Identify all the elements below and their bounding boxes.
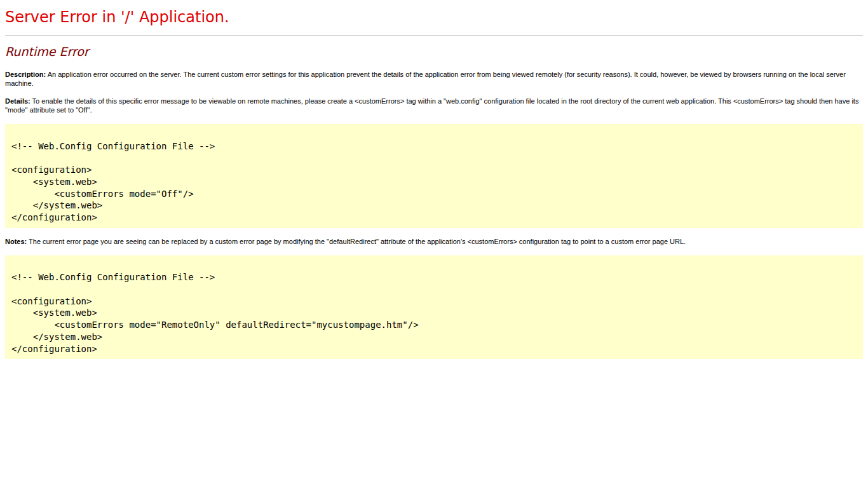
notes-paragraph: Notes: The current error page you are se… <box>5 237 863 246</box>
description-text: An application error occurred on the ser… <box>5 71 846 87</box>
code-block-customerrors-remoteonly: <!-- Web.Config Configuration File --> <… <box>5 255 863 360</box>
title-divider <box>5 35 863 36</box>
details-label: Details: <box>5 97 31 105</box>
code-block-customerrors-off: <!-- Web.Config Configuration File --> <… <box>5 124 863 228</box>
details-paragraph: Details: To enable the details of this s… <box>5 97 863 114</box>
server-error-page: Server Error in '/' Application. Runtime… <box>5 8 863 359</box>
web-config-off-snippet: <!-- Web.Config Configuration File --> <… <box>5 124 863 228</box>
description-paragraph: Description: An application error occurr… <box>5 70 863 88</box>
page-title: Server Error in '/' Application. <box>5 8 863 26</box>
web-config-remoteonly-snippet: <!-- Web.Config Configuration File --> <… <box>5 255 863 360</box>
notes-label: Notes: <box>5 238 27 245</box>
error-type-heading: Runtime Error <box>5 44 863 58</box>
notes-text: The current error page you are seeing ca… <box>29 238 686 245</box>
details-text: To enable the details of this specific e… <box>5 97 858 114</box>
description-label: Description: <box>5 71 46 78</box>
